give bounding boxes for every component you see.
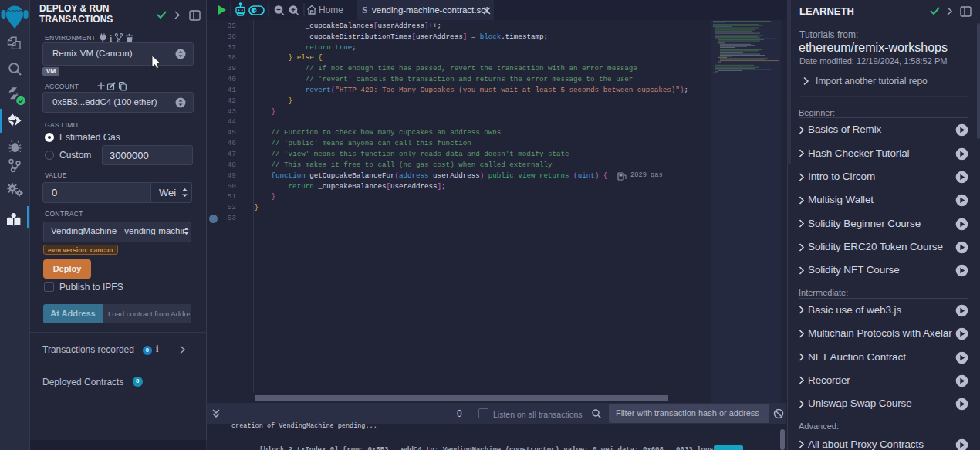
- svg-text:i: i: [110, 34, 113, 43]
